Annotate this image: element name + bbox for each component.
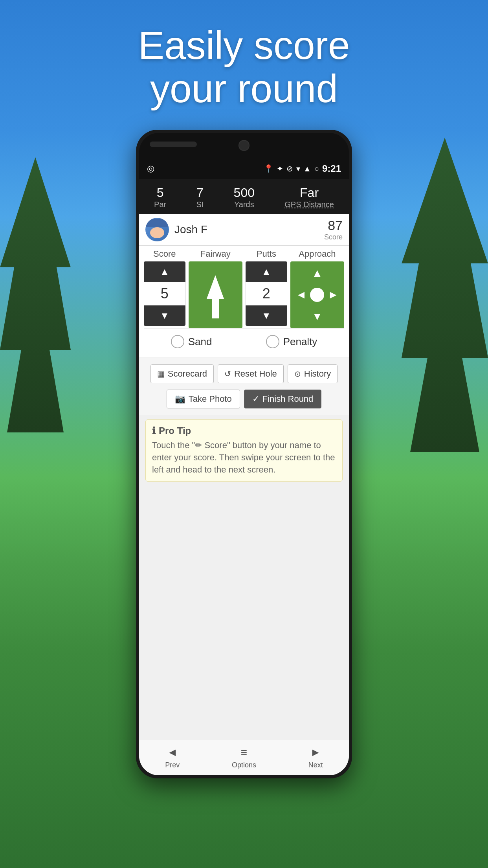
player-score-label: Score <box>324 233 343 241</box>
checkmark-icon: ✓ <box>252 394 259 404</box>
hole-yards-label: Yards <box>234 200 255 209</box>
approach-center-dot <box>310 288 324 302</box>
bottom-nav-prev[interactable]: ◄ Prev <box>165 746 180 769</box>
fairway-arrow-body <box>212 299 219 318</box>
score-area: Score Fairway Putts Approach <box>139 246 349 357</box>
approach-up-icon: ▲ <box>312 267 323 280</box>
battery-icon: ○ <box>314 164 319 173</box>
score-decrement-button[interactable]: ▼ <box>144 305 185 326</box>
score-header: Score <box>144 249 185 259</box>
hole-par: 5 Par <box>154 186 166 209</box>
score-stepper-col: ▲ 5 ▼ <box>144 261 185 326</box>
sand-label: Sand <box>188 336 212 348</box>
hero-line1: Easily score <box>0 24 488 67</box>
finish-round-label: Finish Round <box>262 394 314 404</box>
status-icons: 📍 ✦ ⊘ ▾ ▲ ○ 9:21 <box>264 163 341 174</box>
player-score-container: 87 Score <box>324 218 343 241</box>
score-value: 5 <box>144 282 185 305</box>
dnd-icon: ⊘ <box>286 164 293 173</box>
history-button[interactable]: ⊙ History <box>288 364 338 383</box>
take-photo-label: Take Photo <box>189 394 232 404</box>
prev-icon: ◄ <box>167 746 178 759</box>
fairway-arrow-head <box>207 275 224 299</box>
putts-value: 2 <box>246 282 287 305</box>
hole-yards-value: 500 <box>234 186 255 200</box>
hole-stats: 5 Par 7 SI 500 Yards Far GPS Distance <box>139 182 349 214</box>
player-row[interactable]: Josh F 87 Score <box>139 214 349 246</box>
info-icon: ℹ <box>152 425 156 436</box>
hole-si-value: 7 <box>196 186 204 200</box>
putts-increment-button[interactable]: ▲ <box>246 261 287 282</box>
bottom-nav-next[interactable]: ► Next <box>308 746 323 769</box>
hole-par-value: 5 <box>154 186 166 200</box>
putts-header: Putts <box>246 249 287 259</box>
hero-text: Easily score your round <box>0 24 488 110</box>
penalty-label: Penalty <box>283 336 317 348</box>
phone-frame: ◎ 📍 ✦ ⊘ ▾ ▲ ○ 9:21 Glendale Golf & Coun.… <box>136 130 352 778</box>
phone-screen: Hole 1 5 Par 7 SI 500 Yards Far GPS Dist… <box>139 158 349 775</box>
score-columns: ▲ 5 ▼ <box>144 261 344 328</box>
player-avatar <box>145 218 169 241</box>
history-icon: ⊙ <box>294 369 301 379</box>
phone-inner: ◎ 📍 ✦ ⊘ ▾ ▲ ○ 9:21 Glendale Golf & Coun.… <box>139 133 349 775</box>
approach-left-icon: ◄ <box>296 289 307 301</box>
pro-tip-box: ℹ Pro Tip Touch the "✏ Score" button by … <box>145 419 343 482</box>
fairway-header: Fairway <box>189 249 242 259</box>
hole-gps: Far GPS Distance <box>284 186 334 209</box>
hole-si: 7 SI <box>196 186 204 209</box>
score-stepper: ▲ 5 ▼ <box>144 261 185 326</box>
checkbox-row: Sand Penalty <box>144 328 344 352</box>
phone-speaker <box>150 142 197 147</box>
action-buttons-row-1: ▦ Scorecard ↺ Reset Hole ⊙ History <box>139 357 349 387</box>
next-label: Next <box>308 761 323 769</box>
approach-col: ▲ ▼ ◄ ► <box>290 261 344 328</box>
sand-checkbox[interactable] <box>171 335 184 348</box>
hero-line2: your round <box>0 67 488 110</box>
status-time: 9:21 <box>322 163 341 174</box>
camera-icon: 📷 <box>175 394 185 404</box>
reset-hole-label: Reset Hole <box>234 369 277 379</box>
reset-hole-button[interactable]: ↺ Reset Hole <box>218 364 284 383</box>
scorecard-label: Scorecard <box>168 369 207 379</box>
fairway-widget[interactable] <box>189 261 242 328</box>
penalty-checkbox[interactable] <box>266 335 279 348</box>
hole-par-label: Par <box>154 200 166 209</box>
scorecard-icon: ▦ <box>157 369 165 379</box>
hole-gps-label: GPS Distance <box>284 200 334 209</box>
putts-decrement-button[interactable]: ▼ <box>246 305 287 326</box>
pro-tip-text: Touch the "✏ Score" button by your name … <box>152 440 336 476</box>
hole-yards: 500 Yards <box>234 186 255 209</box>
player-name: Josh F <box>174 223 324 236</box>
bottom-nav-options[interactable]: ≡ Options <box>232 746 256 769</box>
score-increment-button[interactable]: ▲ <box>144 261 185 282</box>
sand-checkbox-item[interactable]: Sand <box>171 335 212 348</box>
finish-round-button[interactable]: ✓ Finish Round <box>244 390 322 408</box>
player-score-value: 87 <box>324 218 343 233</box>
scorecard-button[interactable]: ▦ Scorecard <box>150 364 214 383</box>
approach-widget[interactable]: ▲ ▼ ◄ ► <box>290 261 344 328</box>
hole-gps-value: Far <box>284 186 334 200</box>
history-label: History <box>304 369 331 379</box>
take-photo-button[interactable]: 📷 Take Photo <box>167 390 240 408</box>
avatar-hat <box>146 219 168 227</box>
location-icon: 📍 <box>264 164 273 173</box>
bottom-navigation: ◄ Prev ≡ Options ► Next <box>139 740 349 775</box>
options-label: Options <box>232 761 256 769</box>
wifi-icon: ▾ <box>296 164 300 173</box>
avatar-face <box>150 227 164 238</box>
prev-label: Prev <box>165 761 180 769</box>
putts-stepper-col: ▲ 2 ▼ <box>246 261 287 326</box>
fairway-col <box>189 261 242 328</box>
hole-si-label: SI <box>196 200 204 209</box>
action-buttons-row-2: 📷 Take Photo ✓ Finish Round <box>139 387 349 415</box>
approach-header: Approach <box>290 249 344 259</box>
putts-stepper: ▲ 2 ▼ <box>246 261 287 326</box>
options-icon: ≡ <box>241 746 247 759</box>
signal-icon: ▲ <box>303 164 311 173</box>
approach-down-icon: ▼ <box>312 310 323 323</box>
status-location-icon: ◎ <box>147 164 154 174</box>
pro-tip-title: ℹ Pro Tip <box>152 425 336 436</box>
phone-camera <box>238 140 250 151</box>
reset-icon: ↺ <box>224 369 231 379</box>
penalty-checkbox-item[interactable]: Penalty <box>266 335 317 348</box>
